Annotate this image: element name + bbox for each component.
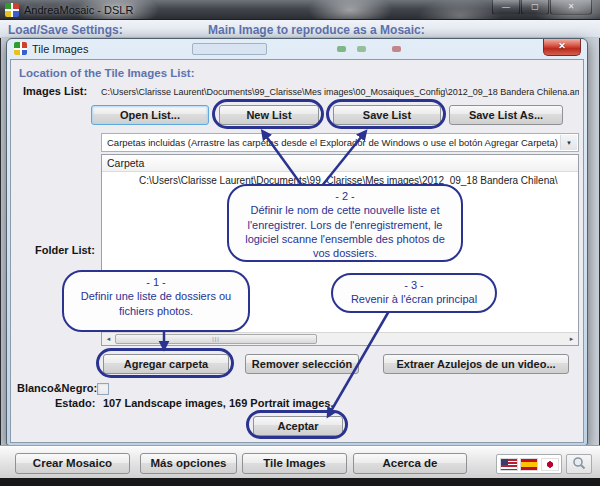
- screenshot-root: AndreaMosaic - DSLR — ▢ ✕ Load/Save Sett…: [0, 0, 600, 486]
- callout-3-bubble: - 3 - Revenir à l'écran principal: [331, 273, 497, 313]
- spain-flag-icon: [521, 459, 537, 470]
- language-selector-button[interactable]: [496, 454, 562, 474]
- glass-reflection-ghost: [192, 43, 267, 55]
- crear-mosaico-button[interactable]: Crear Mosaico: [15, 453, 130, 474]
- japan-flag-icon: [542, 459, 558, 470]
- callout-1-text: Definir une liste de dossiers ou fichier…: [64, 289, 248, 318]
- us-flag-icon: [501, 459, 517, 470]
- scrollbar-thumb[interactable]: |||: [115, 334, 317, 344]
- main-window-title: AndreaMosaic - DSLR: [24, 4, 133, 16]
- magnifier-icon: [567, 455, 591, 473]
- aceptar-button[interactable]: Aceptar: [253, 416, 343, 436]
- estado-label: Estado:: [55, 397, 95, 409]
- glass-ghost-dot-red: [392, 46, 401, 52]
- us-flag-canton: [501, 459, 508, 465]
- andreamosaic-app-icon: [5, 3, 19, 17]
- images-list-path: C:\Users\Clarisse Laurent\Documents\99_C…: [101, 87, 579, 97]
- blanco-negro-checkbox[interactable]: [97, 383, 109, 395]
- dialog-close-button[interactable]: ✕: [543, 39, 581, 56]
- remover-seleccion-button[interactable]: Remover selección: [245, 354, 359, 374]
- new-list-button[interactable]: New List: [219, 105, 319, 125]
- included-folders-dropdown[interactable]: Carpetas incluidas (Arrastre las carpeta…: [101, 133, 579, 152]
- tile-images-icon: [14, 42, 27, 55]
- callout-2-text: Définir le nom de cette nouvelle liste e…: [229, 203, 461, 260]
- tile-images-button[interactable]: Tile Images: [242, 453, 347, 474]
- callout-3-number: - 3 -: [333, 278, 495, 292]
- load-save-settings-label: Load/Save Settings:: [8, 23, 123, 37]
- estado-value: 107 Landscape images, 169 Portrait image…: [103, 397, 334, 409]
- main-window-header-row: Load/Save Settings: Main Image to reprod…: [0, 20, 600, 38]
- glass-ghost-dot-green2: [357, 46, 366, 52]
- window-bottom-edge: [0, 478, 600, 486]
- folder-list-label: Folder List:: [35, 244, 95, 256]
- mas-opciones-button[interactable]: Más opciones: [140, 453, 237, 474]
- dropdown-selected-value: Carpetas incluidas (Arrastre las carpeta…: [107, 137, 558, 148]
- glass-ghost-dot-green: [337, 46, 346, 52]
- callout-1-number: - 1 -: [64, 275, 248, 289]
- open-list-button[interactable]: Open List...: [91, 105, 209, 125]
- section-title: Location of the Tile Images List:: [19, 67, 195, 79]
- callout-2-number: - 2 -: [229, 189, 461, 203]
- images-list-label: Images List:: [23, 85, 87, 97]
- save-list-button[interactable]: Save List: [333, 105, 441, 125]
- callout-3-text: Revenir à l'écran principal: [333, 292, 495, 306]
- save-list-as-button[interactable]: Save List As...: [449, 105, 563, 125]
- maximize-button[interactable]: ▢: [521, 0, 549, 15]
- dropdown-arrow-icon[interactable]: ▼: [560, 135, 577, 150]
- scroll-right-arrow[interactable]: ▸: [565, 333, 578, 345]
- blanco-negro-label: Blanco&Negro:: [17, 382, 97, 394]
- agregar-carpeta-button[interactable]: Agregar carpeta: [103, 354, 229, 374]
- folder-list-column-header[interactable]: Carpeta: [102, 155, 578, 172]
- extraer-azulejos-button[interactable]: Extraer Azulejos de un video...: [383, 354, 569, 374]
- main-close-button[interactable]: ✕: [550, 0, 592, 15]
- minimize-button[interactable]: —: [492, 0, 520, 15]
- callout-2-bubble: - 2 - Définir le nom de cette nouvelle l…: [227, 184, 463, 262]
- scroll-left-arrow[interactable]: ◂: [102, 333, 115, 345]
- main-image-label: Main Image to reproduce as a Mosaic:: [208, 23, 425, 37]
- callout-1-bubble: - 1 - Definir une liste de dossiers ou f…: [62, 270, 250, 332]
- window-controls: — ▢ ✕: [491, 0, 592, 15]
- main-window-titlebar: AndreaMosaic - DSLR — ▢ ✕: [0, 0, 600, 20]
- search-button[interactable]: [566, 454, 592, 474]
- horizontal-scrollbar[interactable]: ◂ ▸ |||: [102, 332, 578, 345]
- dialog-titlebar[interactable]: Tile Images ✕: [7, 39, 587, 59]
- acerca-de-button[interactable]: Acerca de: [353, 453, 467, 474]
- main-window-bottom-bar: Crear Mosaico Más opciones Tile Images A…: [0, 446, 600, 478]
- dialog-title: Tile Images: [32, 43, 88, 55]
